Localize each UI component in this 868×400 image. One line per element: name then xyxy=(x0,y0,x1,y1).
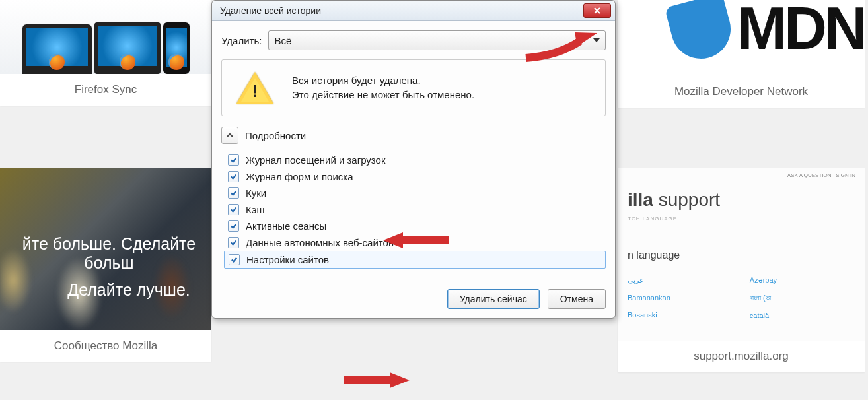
mdn-logo-text: MDN xyxy=(737,0,865,63)
nav-ask: ASK A QUESTION xyxy=(787,172,832,178)
checkbox-label: Активные сеансы xyxy=(246,220,326,232)
firefox-icon xyxy=(49,54,65,70)
checkbox-row[interactable]: Журнал посещений и загрузок xyxy=(224,152,606,168)
tile-label: support.mozilla.org xyxy=(618,341,865,372)
support-tile[interactable]: ASK A QUESTION SIGN IN illa support TCH … xyxy=(618,168,865,372)
checkbox-row[interactable]: Журнал форм и поиска xyxy=(224,168,606,185)
details-checklist: Журнал посещений и загрузокЖурнал форм и… xyxy=(221,152,606,269)
checkbox-row[interactable]: Кэш xyxy=(224,201,606,218)
checkbox[interactable] xyxy=(229,254,240,265)
svg-marker-2 xyxy=(390,372,410,388)
checkbox[interactable] xyxy=(228,187,239,199)
checkbox-row[interactable]: Куки xyxy=(224,185,606,201)
mdn-dino-icon xyxy=(665,0,737,65)
warning-box: ! Вся история будет удалена. Это действи… xyxy=(221,59,606,116)
checkbox-label: Журнал форм и поиска xyxy=(246,171,353,182)
page-background: Firefox Sync MDN Mozilla Developer Netwo… xyxy=(0,0,868,400)
checkbox-label: Куки xyxy=(246,187,266,199)
checkbox[interactable] xyxy=(228,220,239,232)
crowd-photo: йте больше. Сделайте больш Делайте лучше… xyxy=(0,168,211,330)
support-preview: ASK A QUESTION SIGN IN illa support TCH … xyxy=(618,168,865,341)
checkbox[interactable] xyxy=(228,171,239,182)
annotation-arrow xyxy=(337,367,410,393)
checkbox[interactable] xyxy=(228,154,239,166)
tile-label: Mozilla Developer Network xyxy=(618,76,865,108)
tile-label: Сообщество Mozilla xyxy=(0,330,211,362)
checkbox-label: Данные автономных веб-сайтов xyxy=(246,237,394,248)
checkbox-row[interactable]: Настройки сайтов xyxy=(224,251,606,269)
checkbox[interactable] xyxy=(228,204,239,215)
nav-signin: SIGN IN xyxy=(836,172,855,178)
checkbox-label: Журнал посещений и загрузок xyxy=(246,154,385,166)
warning-icon: ! xyxy=(236,72,273,104)
dialog-title: Удаление всей истории xyxy=(220,5,321,16)
details-label: Подробности xyxy=(245,130,306,141)
devices-illustration xyxy=(0,0,211,74)
mozilla-community-tile[interactable]: йте больше. Сделайте больш Делайте лучше… xyxy=(0,168,211,362)
switch-language: n language xyxy=(628,250,855,261)
tile-label: Firefox Sync xyxy=(0,74,211,106)
clear-history-dialog: Удаление всей истории Удалить: Всё ! Вся… xyxy=(211,0,616,319)
mdn-illustration: MDN xyxy=(618,0,865,76)
checkbox-label: Кэш xyxy=(246,204,264,215)
time-range-value: Всё xyxy=(274,35,291,46)
headline-2: Делайте лучше. xyxy=(0,281,211,300)
clear-now-button[interactable]: Удалить сейчас xyxy=(447,289,540,309)
warning-line2: Это действие не может быть отменено. xyxy=(292,88,474,103)
close-button[interactable] xyxy=(583,3,611,18)
checkbox-label: Настройки сайтов xyxy=(246,254,329,265)
titlebar[interactable]: Удаление всей истории xyxy=(212,1,615,21)
time-range-combobox[interactable]: Всё xyxy=(268,30,606,50)
warning-line1: Вся история будет удалена. xyxy=(292,73,474,88)
checkbox[interactable] xyxy=(228,237,239,248)
firefox-sync-tile[interactable]: Firefox Sync xyxy=(0,0,211,106)
checkbox-row[interactable]: Данные автономных веб-сайтов xyxy=(224,234,606,251)
chevron-up-icon xyxy=(226,131,234,139)
time-range-label: Удалить: xyxy=(221,35,262,46)
cancel-button[interactable]: Отмена xyxy=(548,289,606,309)
checkbox-row[interactable]: Активные сеансы xyxy=(224,218,606,234)
firefox-icon xyxy=(120,54,135,70)
chevron-down-icon xyxy=(593,38,600,42)
firefox-icon xyxy=(168,54,184,70)
close-icon xyxy=(594,7,600,14)
details-toggle[interactable] xyxy=(221,127,238,144)
headline-1: йте больше. Сделайте больш xyxy=(0,234,211,273)
mdn-tile[interactable]: MDN Mozilla Developer Network xyxy=(618,0,865,108)
